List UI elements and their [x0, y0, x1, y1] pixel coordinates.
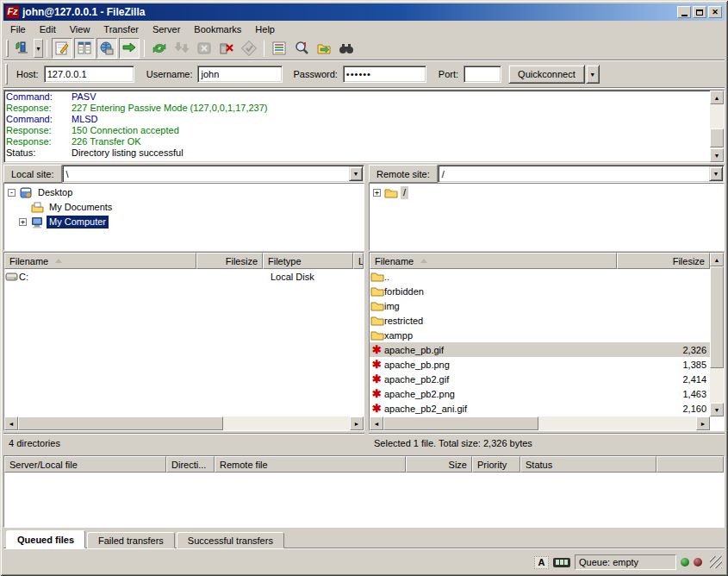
toolbar: ▼: [3, 37, 725, 60]
column-header-size[interactable]: Size: [406, 456, 472, 473]
column-header-filetype[interactable]: Filetype: [263, 253, 353, 269]
column-header-remote-file[interactable]: Remote file: [215, 456, 406, 473]
column-header-lastmodified[interactable]: L: [353, 253, 364, 269]
local-file-row[interactable]: C: Local Disk: [4, 269, 364, 284]
scroll-up-arrow[interactable]: ▲: [710, 253, 724, 266]
tab-failed-transfers[interactable]: Failed transfers: [87, 532, 175, 548]
host-input[interactable]: [44, 66, 134, 83]
local-list-body[interactable]: C: Local Disk: [4, 269, 364, 416]
speed-limit-badge-icon[interactable]: [553, 558, 570, 567]
menu-transfer[interactable]: Transfer: [96, 22, 146, 36]
menu-file[interactable]: File: [3, 22, 33, 36]
menu-bookmarks[interactable]: Bookmarks: [187, 22, 248, 36]
scroll-right-arrow[interactable]: ►: [696, 416, 710, 430]
username-input[interactable]: [197, 66, 283, 83]
column-header-filename[interactable]: Filename: [4, 253, 196, 269]
disconnect-button[interactable]: [216, 38, 237, 59]
menu-edit[interactable]: Edit: [33, 22, 63, 36]
remote-list-body[interactable]: .. forbidden img restricted xampp: [370, 269, 710, 416]
column-header-direction[interactable]: Directi...: [166, 456, 215, 473]
site-manager-button[interactable]: [12, 38, 33, 59]
remote-site-combo[interactable]: / ▼: [438, 165, 725, 183]
process-queue-button[interactable]: [171, 38, 192, 59]
directory-comparison-button[interactable]: [291, 38, 312, 59]
refresh-button[interactable]: [149, 38, 170, 59]
resize-grip[interactable]: [710, 556, 722, 568]
combo-dropdown-arrow[interactable]: ▼: [349, 166, 363, 181]
cancel-operation-button[interactable]: [194, 38, 215, 59]
column-header-filesize[interactable]: Filesize: [196, 253, 263, 269]
remote-vertical-scrollbar[interactable]: ▲ ▼: [710, 253, 724, 416]
scroll-thumb[interactable]: [710, 128, 724, 147]
column-header-filename[interactable]: Filename: [370, 253, 617, 269]
scroll-down-arrow[interactable]: ▼: [710, 403, 724, 416]
menu-view[interactable]: View: [63, 22, 97, 36]
quickconnect-grip[interactable]: [5, 64, 8, 85]
remote-site-bar: Remote site: / ▼: [369, 165, 725, 183]
remote-file-row-selected[interactable]: ✱ apache_pb.gif 2,326: [370, 342, 710, 357]
toolbar-separator: [144, 40, 145, 57]
remote-file-row[interactable]: ✱ apache_pb2.png 1,463: [370, 386, 710, 401]
column-header-blank[interactable]: [656, 456, 724, 473]
local-site-combo[interactable]: \ ▼: [62, 165, 364, 183]
tree-item-desktop[interactable]: - Desktop: [8, 185, 364, 200]
tree-item-my-computer[interactable]: + My Computer: [8, 215, 364, 229]
remote-file-row[interactable]: restricted: [370, 313, 710, 328]
scroll-left-arrow[interactable]: ◄: [370, 416, 383, 430]
transfer-type-ascii-icon[interactable]: A: [534, 556, 549, 569]
toolbar-grip[interactable]: [6, 40, 9, 57]
combo-dropdown-arrow[interactable]: ▼: [709, 166, 723, 181]
scroll-left-arrow[interactable]: ◄: [4, 416, 18, 430]
expand-icon[interactable]: +: [19, 218, 27, 226]
scroll-thumb[interactable]: [383, 416, 538, 430]
scroll-down-arrow[interactable]: ▼: [710, 148, 724, 162]
find-files-button[interactable]: [336, 38, 357, 59]
remote-directory-tree: + /: [369, 183, 725, 251]
remote-file-row[interactable]: ✱ apache_pb.png 1,385: [370, 357, 710, 372]
column-header-status[interactable]: Status: [520, 456, 656, 473]
quickconnect-button[interactable]: Quickconnect: [508, 65, 585, 84]
remote-file-row[interactable]: ✱ apache_pb2_ani.gif 2,160: [370, 401, 710, 416]
column-header-local-file[interactable]: Server/Local file: [4, 456, 166, 473]
tree-item-my-documents[interactable]: My Documents: [8, 200, 364, 215]
tab-queued-files[interactable]: Queued files: [6, 530, 85, 548]
filter-button[interactable]: [269, 38, 289, 59]
port-input[interactable]: [464, 66, 501, 83]
close-button[interactable]: ✕: [708, 6, 722, 18]
menu-server[interactable]: Server: [146, 22, 187, 36]
remote-horizontal-scrollbar[interactable]: ◄ ►: [370, 416, 710, 430]
minimize-button[interactable]: [677, 6, 691, 18]
scroll-thumb[interactable]: [710, 266, 724, 368]
column-header-priority[interactable]: Priority: [472, 456, 520, 473]
scroll-thumb[interactable]: [18, 416, 223, 430]
remote-file-row[interactable]: ✱ apache_pb2.gif 2,414: [370, 372, 710, 386]
toggle-message-log-button[interactable]: [52, 38, 72, 59]
site-manager-dropdown[interactable]: ▼: [34, 39, 43, 58]
remote-file-row[interactable]: ..: [370, 269, 710, 284]
window-title: john@127.0.0.1 - FileZilla: [22, 6, 677, 18]
password-input[interactable]: [343, 66, 426, 83]
column-header-filesize[interactable]: Filesize: [617, 253, 710, 269]
scroll-right-arrow[interactable]: ►: [350, 416, 364, 430]
tree-item-root[interactable]: + /: [373, 185, 724, 200]
expand-icon[interactable]: +: [373, 189, 381, 197]
synchronized-browsing-button[interactable]: [314, 38, 334, 59]
toggle-local-tree-button[interactable]: [74, 38, 95, 59]
log-vertical-scrollbar[interactable]: ▲ ▼: [710, 91, 724, 162]
title-bar[interactable]: Fz john@127.0.0.1 - FileZilla ✕: [3, 3, 725, 21]
local-status-bar: 4 directories: [3, 433, 364, 452]
toggle-remote-tree-button[interactable]: [96, 38, 117, 59]
toggle-transfer-queue-button[interactable]: [119, 38, 140, 59]
menu-help[interactable]: Help: [248, 22, 282, 36]
tab-successful-transfers[interactable]: Successful transfers: [177, 532, 284, 548]
quickconnect-dropdown[interactable]: ▼: [586, 65, 600, 84]
remote-file-row[interactable]: img: [370, 298, 710, 313]
scroll-up-arrow[interactable]: ▲: [710, 91, 724, 104]
maximize-button[interactable]: [693, 6, 706, 18]
queue-body[interactable]: [4, 473, 724, 527]
remote-file-row[interactable]: forbidden: [370, 284, 710, 298]
local-horizontal-scrollbar[interactable]: ◄ ►: [4, 416, 364, 430]
remote-file-row[interactable]: xampp: [370, 328, 710, 342]
collapse-icon[interactable]: -: [8, 189, 16, 197]
reconnect-button[interactable]: [239, 38, 259, 59]
